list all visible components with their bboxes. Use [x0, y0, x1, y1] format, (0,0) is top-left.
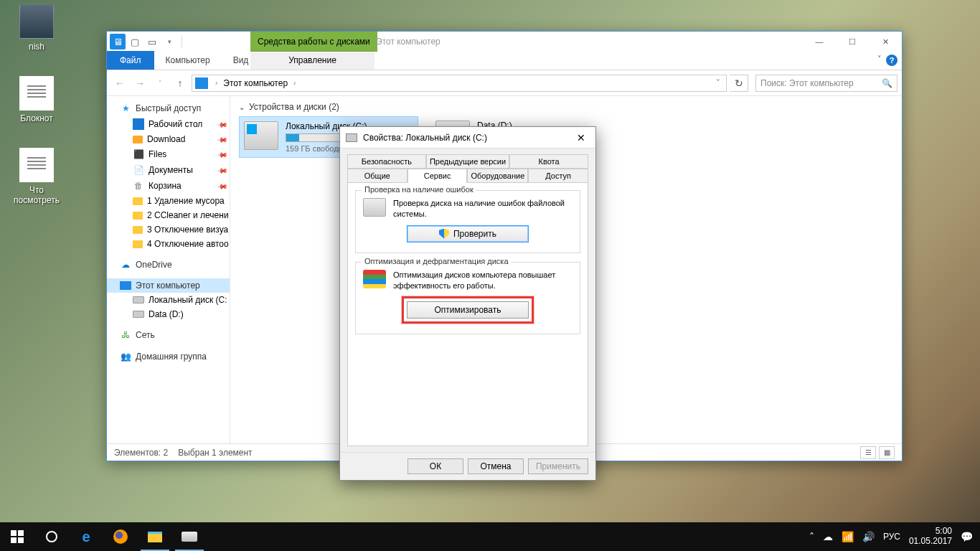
search-placeholder: Поиск: Этот компьютер	[760, 78, 854, 88]
tray-volume-icon[interactable]: 🔊	[862, 531, 875, 542]
nav-drive-c[interactable]: Локальный диск (C:	[107, 293, 230, 307]
system-tray: ˄ ☁ 📶 🔊 РУС 5:00 01.05.2017 💬	[802, 527, 980, 547]
ribbon-tab-computer[interactable]: Компьютер	[154, 52, 222, 70]
nav-folder-3[interactable]: 3 Отключение визуа	[107, 222, 230, 237]
nav-download[interactable]: Download📌	[107, 132, 230, 146]
nav-back-button[interactable]: ←	[111, 75, 128, 92]
ribbon-tab-file[interactable]: Файл	[107, 51, 154, 70]
nav-desktop[interactable]: Рабочий стол📌	[107, 116, 230, 132]
tray-clock[interactable]: 5:00 01.05.2017	[909, 527, 952, 547]
check-button[interactable]: Проверить	[407, 225, 529, 242]
titlebar[interactable]: 🖥 ▢ ▭ ▾ Средства работы с дисками Этот к…	[107, 32, 902, 52]
nav-recycle[interactable]: 🗑Корзина📌	[107, 178, 230, 194]
tray-chevron-icon[interactable]: ˄	[809, 531, 814, 542]
taskbar-firefox[interactable]	[103, 522, 138, 551]
tab-security[interactable]: Безопасность	[347, 154, 426, 169]
clock-date: 01.05.2017	[909, 537, 952, 547]
nav-this-pc[interactable]: Этот компьютер	[107, 278, 230, 293]
help-icon[interactable]: ?	[886, 55, 897, 66]
optimize-button[interactable]: Оптимизировать	[407, 301, 529, 319]
view-details-button[interactable]: ☰	[860, 446, 876, 459]
folder-icon	[133, 136, 143, 143]
refresh-button[interactable]: ↻	[730, 75, 748, 92]
nav-folder-4[interactable]: 4 Отключение автоо	[107, 237, 230, 251]
nav-forward-button[interactable]: →	[131, 75, 149, 92]
minimize-button[interactable]: —	[803, 32, 836, 52]
breadcrumb[interactable]: › Этот компьютер › ˅	[192, 75, 727, 92]
nav-network[interactable]: 🖧Сеть	[107, 327, 230, 343]
qat-dropdown-icon[interactable]: ▾	[161, 34, 177, 50]
breadcrumb-segment[interactable]: Этот компьютер	[220, 78, 291, 88]
tab-general[interactable]: Общие	[347, 169, 407, 183]
dialog-titlebar[interactable]: Свойства: Локальный диск (C:) ✕	[340, 127, 595, 149]
svg-rect-2	[11, 537, 17, 543]
nav-homegroup[interactable]: 👥Домашняя группа	[107, 349, 230, 364]
fieldset-legend: Оптимизация и дефрагментация диска	[362, 257, 512, 265]
view-tiles-button[interactable]: ▦	[879, 446, 895, 459]
nav-recent-icon[interactable]: ˅	[151, 75, 169, 92]
tab-prev-versions[interactable]: Предыдущие версии	[426, 154, 509, 169]
ok-button[interactable]: ОК	[407, 458, 463, 474]
desktop-icon-notepad[interactable]: Блокнот	[9, 76, 64, 123]
search-input[interactable]: Поиск: Этот компьютер 🔍	[755, 75, 897, 92]
defrag-icon	[363, 270, 386, 288]
nav-onedrive[interactable]: ☁OneDrive	[107, 257, 230, 273]
tab-tools[interactable]: Сервис	[407, 169, 468, 183]
tutorial-highlight: Оптимизировать	[402, 296, 534, 324]
close-button[interactable]: ✕	[869, 32, 902, 52]
desktop-icon-what-to-watch[interactable]: Что посмотреть	[9, 148, 64, 205]
taskbar-cortana[interactable]	[34, 522, 69, 551]
nav-files[interactable]: ⬛Files📌	[107, 146, 230, 162]
tab-panel-tools: Проверка на наличие ошибок Проверка диск…	[347, 183, 588, 446]
start-button[interactable]	[0, 522, 34, 551]
tab-sharing[interactable]: Доступ	[528, 169, 588, 183]
edge-icon: e	[82, 529, 90, 545]
icon-label: Блокнот	[9, 113, 64, 123]
trash-icon: 🗑	[133, 180, 144, 192]
tray-notifications-icon[interactable]: 💬	[961, 531, 973, 542]
cancel-button[interactable]: Отмена	[468, 458, 524, 474]
clock-time: 5:00	[909, 527, 952, 537]
nav-folder-2[interactable]: 2 CCleaner и лечени	[107, 208, 230, 222]
address-dropdown-icon[interactable]: ˅	[712, 78, 725, 88]
pc-icon[interactable]: 🖥	[110, 34, 126, 50]
chevron-right-icon[interactable]: ›	[212, 79, 220, 87]
qat-item[interactable]: ▭	[144, 34, 160, 50]
tray-onedrive-icon[interactable]: ☁	[823, 531, 833, 542]
drive-icon	[182, 532, 197, 542]
navigation-pane: ★Быстрый доступ Рабочий стол📌 Download📌 …	[107, 96, 230, 443]
optimize-text: Оптимизация дисков компьютера повышает э…	[393, 270, 573, 291]
taskbar-edge[interactable]: e	[69, 522, 103, 551]
maximize-button[interactable]: ☐	[836, 32, 869, 52]
chevron-right-icon[interactable]: ›	[291, 79, 298, 87]
circle-icon	[46, 531, 57, 542]
nav-documents[interactable]: 📄Документы📌	[107, 162, 230, 178]
tray-wifi-icon[interactable]: 📶	[842, 531, 854, 542]
status-item-count: Элементов: 2	[114, 448, 168, 458]
tab-quota[interactable]: Квота	[509, 154, 588, 169]
tab-hardware[interactable]: Оборудование	[467, 169, 528, 183]
group-header[interactable]: ⌄ Устройства и диски (2)	[239, 102, 893, 112]
ribbon-tab-manage[interactable]: Управление	[250, 52, 374, 70]
drive-icon	[346, 133, 357, 142]
shield-icon	[439, 229, 449, 239]
nav-folder-1[interactable]: 1 Удаление мусора	[107, 194, 230, 208]
ribbon-expand-icon[interactable]: ˅	[877, 55, 882, 66]
contextual-tab-header[interactable]: Средства работы с дисками	[250, 32, 377, 52]
taskbar-explorer[interactable]	[138, 522, 172, 551]
fieldset-optimize: Оптимизация и дефрагментация диска Оптим…	[355, 262, 580, 335]
drive-icon	[244, 121, 278, 150]
close-button[interactable]: ✕	[567, 127, 595, 149]
divider	[182, 35, 182, 48]
taskbar-properties[interactable]	[172, 522, 207, 551]
chevron-down-icon: ⌄	[239, 103, 245, 111]
tray-language[interactable]: РУС	[883, 532, 900, 542]
svg-rect-0	[11, 530, 17, 536]
nav-quick-access[interactable]: ★Быстрый доступ	[107, 100, 230, 116]
nav-up-button[interactable]: ↑	[171, 75, 189, 92]
qat-item[interactable]: ▢	[127, 34, 143, 50]
nav-drive-d[interactable]: Data (D:)	[107, 307, 230, 321]
apply-button[interactable]: Применить	[528, 458, 588, 474]
pin-icon: 📌	[217, 180, 228, 192]
desktop-icon-nish[interactable]: nish	[9, 4, 64, 52]
